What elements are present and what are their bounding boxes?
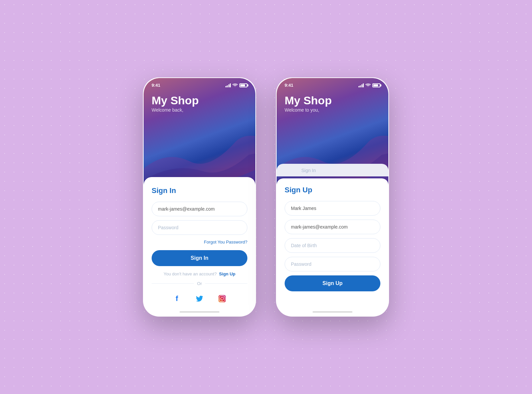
- app-subtitle-2: Welcome to you,: [285, 107, 380, 113]
- signup-title: Sign Up: [285, 186, 380, 194]
- status-bar-2: 9:41: [277, 78, 388, 88]
- status-bar: 9:41: [144, 78, 255, 88]
- wifi-icon-2: [365, 83, 371, 87]
- time: 9:41: [152, 83, 160, 88]
- battery-icon: [239, 83, 247, 87]
- signal-icon: [225, 83, 231, 87]
- signal-icon-2: [358, 83, 364, 87]
- app-title: My Shop: [152, 94, 247, 107]
- twitter-icon: [196, 296, 203, 302]
- instagram-button[interactable]: [215, 291, 229, 306]
- email-input-2[interactable]: [285, 220, 380, 234]
- svg-point-2: [223, 297, 224, 297]
- signin-card: Sign In Forgot You Password? Sign In You…: [144, 177, 255, 316]
- phone1-header: My Shop Welcome back,: [144, 88, 255, 116]
- password-input[interactable]: [152, 220, 247, 235]
- or-divider: Or: [152, 281, 247, 286]
- name-input[interactable]: [285, 201, 380, 216]
- phone2-header: My Shop Welcome to you,: [277, 88, 388, 116]
- battery-icon-2: [372, 83, 380, 87]
- signin-title: Sign In: [152, 186, 247, 195]
- phone-signin: 9:41 My Shop Welcome back,: [143, 77, 256, 317]
- facebook-button[interactable]: f: [170, 291, 184, 306]
- facebook-icon: f: [176, 294, 178, 303]
- email-input[interactable]: [152, 202, 247, 216]
- status-icons: [225, 83, 248, 87]
- home-indicator-2: [313, 311, 352, 313]
- phone-signup: 9:41 My Shop Welcome to you,: [276, 77, 389, 317]
- signup-card: Sign Up Sign Up: [277, 178, 388, 316]
- no-account-text: You don't have an account? Sign Up: [152, 271, 247, 276]
- forgot-password-link[interactable]: Forgot You Password?: [152, 239, 247, 245]
- tab-signin[interactable]: Sign In: [285, 168, 332, 176]
- signup-button[interactable]: Sign Up: [285, 275, 380, 291]
- status-icons-2: [358, 83, 381, 87]
- twitter-button[interactable]: [192, 291, 207, 306]
- dob-input[interactable]: [285, 238, 380, 253]
- time-2: 9:41: [285, 83, 293, 88]
- home-indicator: [180, 311, 219, 313]
- signin-button[interactable]: Sign In: [152, 250, 247, 266]
- signup-link[interactable]: Sign Up: [219, 271, 235, 276]
- instagram-icon: [218, 295, 226, 302]
- password-input-2[interactable]: [285, 257, 380, 271]
- wifi-icon: [232, 83, 238, 87]
- app-title-2: My Shop: [285, 94, 380, 107]
- app-subtitle: Welcome back,: [152, 107, 247, 113]
- social-icons: f: [152, 291, 247, 306]
